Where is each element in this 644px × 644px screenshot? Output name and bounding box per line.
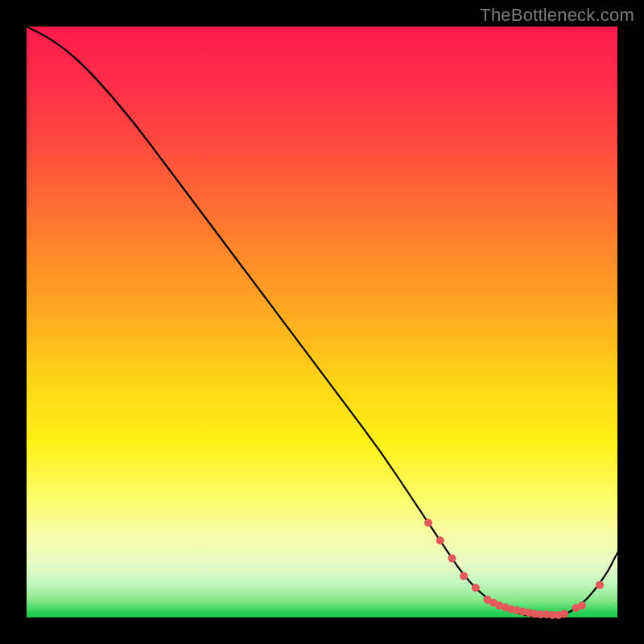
marker-cluster: [424, 519, 604, 620]
attribution-label: TheBottleneck.com: [480, 5, 634, 26]
curve-canvas: [27, 27, 617, 617]
chart-stage: TheBottleneck.com: [0, 0, 644, 644]
bottleneck-curve: [27, 27, 617, 617]
marker-point: [436, 537, 444, 545]
marker-point: [460, 572, 468, 580]
marker-point: [596, 581, 604, 589]
marker-point: [560, 610, 568, 618]
marker-point: [472, 584, 480, 592]
marker-point: [424, 519, 432, 527]
plot-area: [27, 27, 617, 617]
marker-point: [448, 555, 456, 563]
marker-point: [578, 601, 586, 609]
